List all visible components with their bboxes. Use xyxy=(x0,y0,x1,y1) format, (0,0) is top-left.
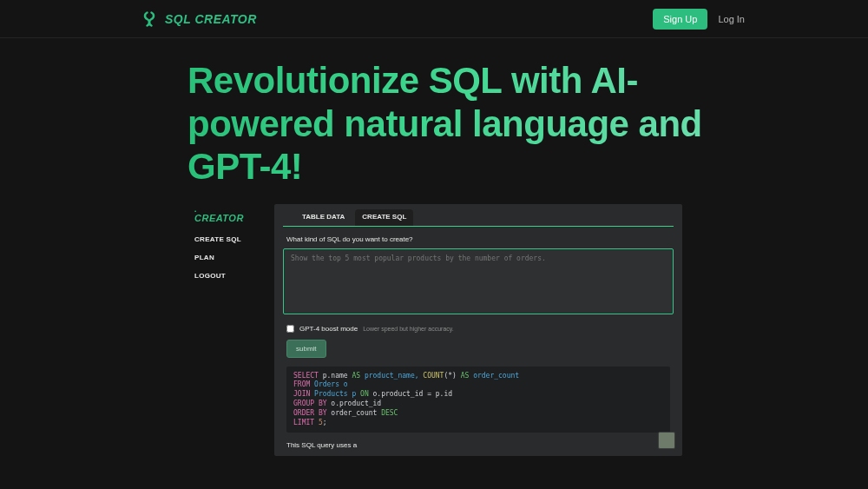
code-token: p.name xyxy=(319,372,352,380)
code-token: ; xyxy=(323,419,327,426)
signup-button[interactable]: Sign Up xyxy=(653,9,707,30)
tab-table-data[interactable]: TABLE DATA xyxy=(295,209,352,226)
brand-text: SQL CREATOR xyxy=(165,12,257,26)
hero: Revolutionize SQL with AI-powered natura… xyxy=(0,38,868,204)
code-token: product_name, xyxy=(360,372,423,380)
code-token: o.product_id xyxy=(327,400,382,407)
code-token: LIMIT xyxy=(293,419,314,426)
code-token: AS xyxy=(461,372,470,380)
code-token: 5 xyxy=(314,419,323,426)
sql-output: SELECT p.name AS product_name, COUNT(*) … xyxy=(286,367,670,433)
boost-label[interactable]: GPT-4 boost mode xyxy=(299,325,358,333)
code-token: AS xyxy=(352,372,360,380)
menu-plan[interactable]: PLAN xyxy=(194,254,267,261)
boost-checkbox[interactable] xyxy=(286,325,294,333)
code-token: (*) xyxy=(444,372,460,380)
boost-row: GPT-4 boost mode Lower speed but higher … xyxy=(286,325,670,333)
avatar[interactable] xyxy=(658,432,675,449)
code-token: SELECT xyxy=(293,372,319,380)
question-label: What kind of SQL do you want to create? xyxy=(286,235,670,243)
preview-sidebar: • CREATOR CREATE SQL PLAN LOGOUT xyxy=(193,204,274,457)
hero-headline: Revolutionize SQL with AI-powered natura… xyxy=(187,59,743,188)
code-token: FROM xyxy=(293,380,310,388)
code-token: o.product_id = p.id xyxy=(369,390,452,398)
preview-main: TABLE DATA CREATE SQL What kind of SQL d… xyxy=(274,204,682,457)
brand[interactable]: SQL CREATOR xyxy=(141,10,257,28)
preview-tabs: TABLE DATA CREATE SQL xyxy=(283,204,674,227)
top-actions: Sign Up Log In xyxy=(653,9,745,30)
explanation: This SQL query uses a xyxy=(286,441,670,449)
code-token: ON xyxy=(360,390,369,398)
login-button[interactable]: Log In xyxy=(718,14,745,24)
logo-icon xyxy=(141,10,158,28)
code-token: COUNT xyxy=(423,372,444,380)
code-token: DESC xyxy=(381,409,398,417)
code-token: ORDER BY xyxy=(293,409,327,417)
prompt-input[interactable] xyxy=(283,248,674,314)
topbar: SQL CREATOR Sign Up Log In xyxy=(0,0,868,38)
preview-brand: • CREATOR xyxy=(194,209,267,223)
code-token: GROUP BY xyxy=(293,400,327,407)
preview-menu: CREATE SQL PLAN LOGOUT xyxy=(194,235,267,280)
menu-create-sql[interactable]: CREATE SQL xyxy=(194,235,267,243)
code-token: Orders o xyxy=(310,380,347,388)
submit-button[interactable]: submit xyxy=(286,340,326,358)
code-token: order_count xyxy=(469,372,519,380)
code-token: order_count xyxy=(327,409,382,417)
code-token: Products p xyxy=(310,390,360,398)
boost-hint: Lower speed but higher accuracy. xyxy=(363,326,454,332)
preview-brand-text: CREATOR xyxy=(194,213,244,223)
tab-create-sql[interactable]: CREATE SQL xyxy=(355,209,413,226)
code-token: JOIN xyxy=(293,390,310,398)
menu-logout[interactable]: LOGOUT xyxy=(194,272,267,280)
app-preview: • CREATOR CREATE SQL PLAN LOGOUT TABLE D… xyxy=(193,204,682,457)
